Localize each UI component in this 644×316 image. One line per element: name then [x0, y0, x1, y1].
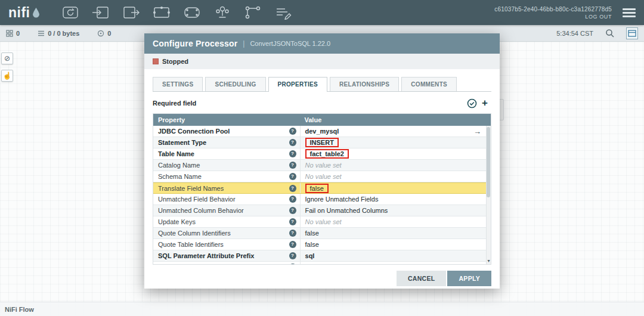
queued-stat: 0 / 0 bytes [38, 30, 79, 37]
app-header: nifi c61037b5-2e40-46bb-b80c- [0, 0, 644, 25]
dialog-title: Configure Processor [153, 39, 237, 48]
transmit-icon [97, 30, 104, 37]
dialog-subtitle: ConvertJSONToSQL 1.22.0 [250, 40, 330, 47]
plus-icon: + [482, 98, 488, 108]
help-icon[interactable]: ? [289, 162, 296, 169]
properties-table-header: Property Value [153, 114, 491, 126]
tab-properties[interactable]: PROPERTIES [268, 77, 327, 92]
hand-icon[interactable]: ☝ [1, 70, 13, 82]
property-value[interactable]: dev_mysql→ [300, 126, 486, 137]
scrollbar-thumb[interactable] [487, 127, 490, 197]
search-button[interactable] [605, 29, 614, 38]
property-row-3[interactable]: Table Name?fact_table2 [153, 148, 486, 160]
property-name: Update Keys? [153, 216, 300, 227]
funnel-icon[interactable] [212, 5, 233, 20]
property-name: Quote Column Identifiers? [153, 228, 300, 238]
go-to-service-icon[interactable]: → [473, 127, 481, 136]
property-column-header: Property [153, 114, 300, 126]
property-name: Schema Name? [153, 171, 300, 182]
remote-process-group-icon[interactable] [182, 5, 202, 20]
property-row-9[interactable]: Update Keys?No value set [153, 216, 486, 228]
property-name: Statement Type? [153, 137, 300, 148]
template-icon[interactable] [243, 5, 263, 20]
property-value[interactable]: false [300, 239, 486, 250]
bulletin-panel-button[interactable] [626, 27, 638, 39]
property-row-5[interactable]: Schema Name?No value set [153, 171, 486, 182]
property-row-2[interactable]: Statement Type?INSERT [153, 137, 486, 148]
droplet-icon [32, 7, 40, 18]
property-row-12[interactable]: SQL Parameter Attribute Prefix?sql [153, 250, 486, 262]
last-refresh-time: 5:34:54 CST [556, 30, 593, 37]
global-menu-icon[interactable] [623, 8, 636, 17]
help-icon[interactable]: ? [289, 139, 296, 146]
label-icon[interactable] [273, 5, 293, 20]
process-group-icon[interactable] [151, 5, 172, 20]
help-icon[interactable]: ? [289, 128, 296, 135]
property-name: JDBC Connection Pool? [153, 126, 300, 137]
property-value[interactable]: No value set [300, 216, 486, 227]
help-icon[interactable]: ? [289, 173, 296, 180]
prohibit-icon[interactable]: ⊘ [1, 52, 13, 64]
property-row-11[interactable]: Quote Table Identifiers?false [153, 239, 486, 250]
verify-properties-button[interactable] [465, 97, 478, 109]
cancel-button[interactable]: CANCEL [397, 271, 447, 286]
help-icon[interactable]: ? [289, 241, 296, 248]
properties-toolbar: Required field + [144, 92, 500, 113]
annotation-highlight-box: INSERT [305, 138, 339, 147]
processor-icon[interactable] [60, 5, 80, 20]
help-icon[interactable]: ? [289, 150, 296, 157]
property-row-6[interactable]: Translate Field Names?false [153, 182, 486, 194]
property-value[interactable]: Fail on Unmatched Columns [300, 205, 486, 216]
help-icon[interactable]: ? [289, 230, 296, 237]
active-threads-count: 0 [16, 30, 20, 37]
table-scrollbar[interactable]: ▾ [486, 126, 491, 264]
processor-status-strip: Stopped [144, 54, 500, 69]
tab-comments[interactable]: COMMENTS [401, 77, 457, 91]
help-icon[interactable]: ? [289, 207, 296, 214]
output-port-icon[interactable] [121, 5, 141, 20]
property-value[interactable]: 100 [300, 262, 486, 264]
property-row-7[interactable]: Unmatched Field Behavior?Ignore Unmatche… [153, 194, 486, 205]
dialog-title-separator: | [243, 39, 244, 48]
property-value[interactable]: false [300, 183, 486, 193]
property-name: Unmatched Field Behavior? [153, 194, 300, 205]
add-property-button[interactable]: + [478, 97, 491, 109]
help-icon[interactable]: ? [289, 196, 296, 203]
help-icon[interactable]: ? [289, 218, 296, 225]
breadcrumb-bar: NiFi Flow [0, 302, 644, 316]
property-value[interactable]: Ignore Unmatched Fields [300, 194, 486, 205]
property-value[interactable]: fact_table2 [300, 148, 486, 159]
property-row-10[interactable]: Quote Column Identifiers?false [153, 228, 486, 239]
property-name: Unmatched Column Behavior? [153, 205, 300, 216]
help-icon[interactable]: ? [289, 185, 296, 192]
property-row-13[interactable]: Table Schema Cache Size?100 [153, 262, 486, 264]
property-row-4[interactable]: Catalog Name?No value set [153, 160, 486, 171]
apply-button[interactable]: APPLY [447, 271, 491, 286]
help-icon[interactable]: ? [289, 252, 296, 259]
property-name: SQL Parameter Attribute Prefix? [153, 250, 300, 261]
logout-link[interactable]: LOG OUT [494, 14, 612, 20]
help-icon[interactable]: ? [289, 264, 296, 264]
property-value[interactable]: INSERT [300, 137, 486, 148]
property-value[interactable]: No value set [300, 160, 486, 171]
tab-relationships[interactable]: RELATIONSHIPS [330, 77, 399, 91]
list-icon [38, 30, 45, 37]
scroll-down-icon[interactable]: ▾ [487, 259, 491, 264]
property-value[interactable]: sql [300, 250, 486, 261]
properties-rows: JDBC Connection Pool?dev_mysql→Statement… [153, 126, 486, 264]
property-name: Quote Table Identifiers? [153, 239, 300, 250]
property-name: Catalog Name? [153, 160, 300, 171]
active-threads-stat: 0 [6, 30, 20, 37]
verify-properties-icon [467, 98, 477, 109]
breadcrumb[interactable]: NiFi Flow [5, 306, 34, 313]
property-row-8[interactable]: Unmatched Column Behavior?Fail on Unmatc… [153, 205, 486, 216]
dialog-tabs: SETTINGSSCHEDULINGPROPERTIESRELATIONSHIP… [153, 77, 491, 92]
tab-scheduling[interactable]: SCHEDULING [205, 77, 265, 91]
property-value[interactable]: No value set [300, 171, 486, 182]
property-value[interactable]: false [300, 228, 486, 238]
input-port-icon[interactable] [91, 5, 111, 20]
tab-settings[interactable]: SETTINGS [153, 77, 203, 91]
canvas-side-toolbar: ⊘ ☝ [1, 52, 13, 82]
property-row-1[interactable]: JDBC Connection Pool?dev_mysql→ [153, 126, 486, 137]
annotation-highlight-box: fact_table2 [305, 149, 349, 159]
